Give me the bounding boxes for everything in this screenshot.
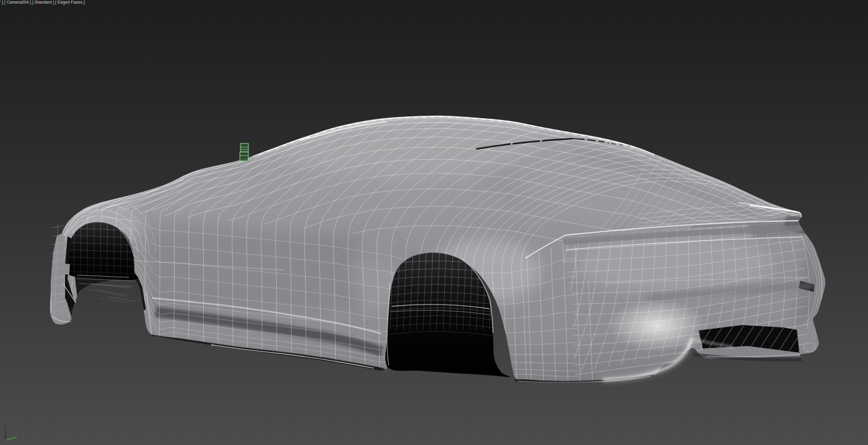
svg-text:F ] [ Camera004 ] [ Standard ]: F ] [ Camera004 ] [ Standard ] [ Edged F… [0, 0, 85, 5]
svg-text:z: z [4, 423, 6, 428]
